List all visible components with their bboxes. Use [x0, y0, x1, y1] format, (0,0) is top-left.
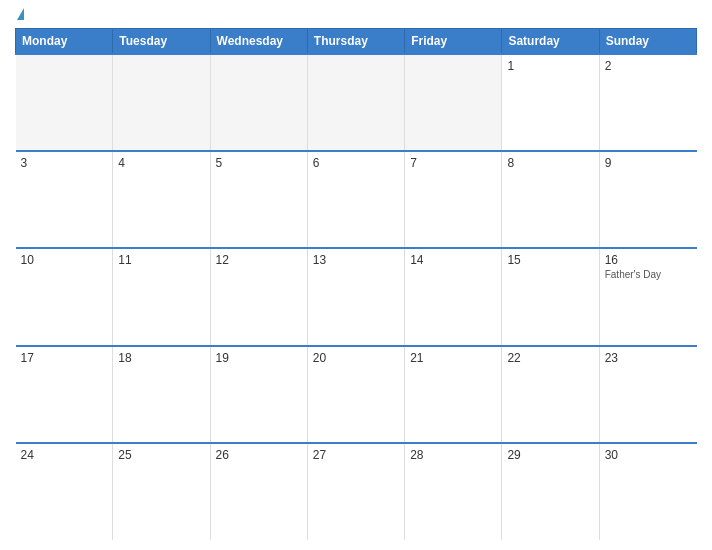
day-cell: 16Father's Day	[599, 248, 696, 345]
day-cell: 17	[16, 346, 113, 443]
day-cell: 19	[210, 346, 307, 443]
day-cell: 20	[307, 346, 404, 443]
day-cell: 24	[16, 443, 113, 540]
day-cell: 10	[16, 248, 113, 345]
day-number: 28	[410, 448, 496, 462]
day-event: Father's Day	[605, 269, 692, 280]
day-number: 21	[410, 351, 496, 365]
day-cell	[210, 54, 307, 151]
day-number: 1	[507, 59, 593, 73]
day-number: 22	[507, 351, 593, 365]
logo-blue-row	[15, 10, 24, 20]
day-number: 7	[410, 156, 496, 170]
header-row: MondayTuesdayWednesdayThursdayFridaySatu…	[16, 29, 697, 55]
header	[15, 10, 697, 20]
day-number: 9	[605, 156, 692, 170]
day-number: 8	[507, 156, 593, 170]
day-cell: 18	[113, 346, 210, 443]
day-cell: 29	[502, 443, 599, 540]
day-number: 25	[118, 448, 204, 462]
day-number: 6	[313, 156, 399, 170]
day-number: 29	[507, 448, 593, 462]
day-number: 3	[21, 156, 108, 170]
day-cell: 7	[405, 151, 502, 248]
day-cell: 30	[599, 443, 696, 540]
day-cell: 28	[405, 443, 502, 540]
day-cell	[405, 54, 502, 151]
day-number: 4	[118, 156, 204, 170]
day-number: 16	[605, 253, 692, 267]
week-row-1: 12	[16, 54, 697, 151]
day-number: 17	[21, 351, 108, 365]
day-cell: 26	[210, 443, 307, 540]
week-row-2: 3456789	[16, 151, 697, 248]
logo	[15, 10, 24, 20]
day-cell: 25	[113, 443, 210, 540]
day-number: 10	[21, 253, 108, 267]
day-cell: 1	[502, 54, 599, 151]
day-number: 14	[410, 253, 496, 267]
page: MondayTuesdayWednesdayThursdayFridaySatu…	[0, 0, 712, 550]
day-cell: 8	[502, 151, 599, 248]
day-cell: 3	[16, 151, 113, 248]
calendar-table: MondayTuesdayWednesdayThursdayFridaySatu…	[15, 28, 697, 540]
day-number: 24	[21, 448, 108, 462]
day-cell: 21	[405, 346, 502, 443]
day-number: 13	[313, 253, 399, 267]
col-header-sunday: Sunday	[599, 29, 696, 55]
day-number: 26	[216, 448, 302, 462]
day-number: 15	[507, 253, 593, 267]
day-number: 30	[605, 448, 692, 462]
day-number: 5	[216, 156, 302, 170]
col-header-saturday: Saturday	[502, 29, 599, 55]
day-cell: 15	[502, 248, 599, 345]
day-cell	[16, 54, 113, 151]
day-cell	[113, 54, 210, 151]
day-cell: 23	[599, 346, 696, 443]
day-cell: 22	[502, 346, 599, 443]
day-cell: 13	[307, 248, 404, 345]
logo-triangle-icon	[17, 8, 24, 20]
day-number: 20	[313, 351, 399, 365]
day-number: 19	[216, 351, 302, 365]
day-cell: 27	[307, 443, 404, 540]
col-header-monday: Monday	[16, 29, 113, 55]
day-cell: 9	[599, 151, 696, 248]
day-cell: 11	[113, 248, 210, 345]
day-number: 11	[118, 253, 204, 267]
day-number: 12	[216, 253, 302, 267]
col-header-thursday: Thursday	[307, 29, 404, 55]
col-header-tuesday: Tuesday	[113, 29, 210, 55]
day-cell: 6	[307, 151, 404, 248]
week-row-3: 10111213141516Father's Day	[16, 248, 697, 345]
day-number: 23	[605, 351, 692, 365]
week-row-5: 24252627282930	[16, 443, 697, 540]
day-number: 27	[313, 448, 399, 462]
day-cell: 12	[210, 248, 307, 345]
day-number: 18	[118, 351, 204, 365]
day-cell: 14	[405, 248, 502, 345]
week-row-4: 17181920212223	[16, 346, 697, 443]
col-header-friday: Friday	[405, 29, 502, 55]
day-cell: 5	[210, 151, 307, 248]
day-cell	[307, 54, 404, 151]
day-cell: 4	[113, 151, 210, 248]
day-number: 2	[605, 59, 692, 73]
day-cell: 2	[599, 54, 696, 151]
col-header-wednesday: Wednesday	[210, 29, 307, 55]
